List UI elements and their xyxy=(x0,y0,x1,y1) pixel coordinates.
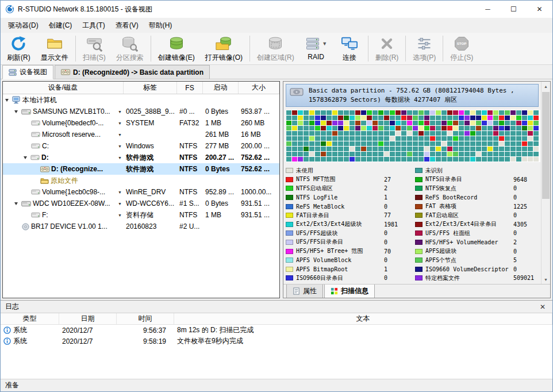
tree-column-header-4[interactable]: 大小 xyxy=(239,82,279,94)
log-close-button[interactable]: ✕ xyxy=(537,303,548,311)
tree-row-9[interactable]: WDC WD10EZEX-08W...▼WD-WCC6Y6...#1 S...0… xyxy=(3,198,279,209)
tree-row-6[interactable]: D: (Recognize...软件游戏NTFS0 Bytes752.62 ..… xyxy=(3,163,279,175)
log-row-0[interactable]: 系统2020/12/79:56:378m 12s 的 D: 扫描已完成 xyxy=(1,325,552,336)
device-label-cell: SYSTEM xyxy=(124,117,177,129)
tree-expander-icon[interactable] xyxy=(24,156,27,159)
scan-block xyxy=(286,136,291,141)
scan-block xyxy=(378,152,383,156)
scrollbar-track[interactable] xyxy=(542,91,550,275)
scan-block xyxy=(367,116,372,120)
log-column-header-3[interactable]: 文本 xyxy=(174,313,552,324)
toolbar-button-11[interactable]: STOP停止(S) xyxy=(445,33,478,64)
scan-block xyxy=(453,121,458,125)
device-dropdown-arrow[interactable]: ▼ xyxy=(118,133,122,137)
scan-block xyxy=(401,126,406,130)
scan-block xyxy=(350,147,355,151)
legend-count: 0 xyxy=(384,230,409,236)
scan-block xyxy=(470,141,475,146)
tree-column-header-1[interactable]: 标签 xyxy=(124,82,177,94)
show-files-icon-wrap xyxy=(47,35,63,52)
tree-row-7[interactable]: 原始文件 xyxy=(3,175,279,186)
device-dropdown-arrow[interactable]: ▼ xyxy=(118,121,122,125)
scan-block xyxy=(298,141,303,146)
toolbar-button-2[interactable]: 扫描(S) xyxy=(78,33,111,64)
scan-block xyxy=(499,126,504,130)
device-dropdown-arrow[interactable]: ▼ xyxy=(118,144,122,148)
legend-item-left-4: ReFS MetaBlock0 xyxy=(286,202,409,211)
toolbar-button-0[interactable]: 刷新(R) xyxy=(2,33,36,64)
tree-column-header-2[interactable]: FS xyxy=(177,82,203,94)
view-tab-0[interactable]: 设备视图 xyxy=(2,65,53,79)
scan-block xyxy=(482,110,487,115)
legend-label: Ext2/Ext3/Ext4超级块 xyxy=(296,220,381,228)
tree-row-10[interactable]: F:▼资料存储NTFS1 MB931.51 ... xyxy=(3,209,279,221)
scan-block xyxy=(418,152,424,156)
toolbar-button-8[interactable]: 连接 xyxy=(333,33,366,64)
tree-expander-icon[interactable] xyxy=(14,202,18,205)
scan-block xyxy=(350,126,355,130)
device-dropdown-arrow[interactable]: ▼ xyxy=(118,213,122,217)
log-row-1[interactable]: 系统2020/12/79:58:19文件枚举在9秒内完成 xyxy=(1,336,552,347)
toolbar-button-3[interactable]: 分区搜索 xyxy=(111,33,149,64)
tree-row-1[interactable]: SAMSUNG MZVLB1T0...▼0025_388B_9...#0 ...… xyxy=(3,106,279,117)
right-scrollbar[interactable]: ▲ ▼ xyxy=(541,82,550,284)
toolbar-button-7[interactable]: ▼RAID xyxy=(299,33,333,64)
scan-block xyxy=(413,116,418,120)
log-column-header-1[interactable]: 日期 xyxy=(59,313,117,324)
maximize-button[interactable]: ☐ xyxy=(501,1,527,18)
legend-label: HFS/HFS+ BTree+ 范围 xyxy=(296,247,381,255)
scrollbar-thumb[interactable] xyxy=(542,92,550,199)
scan-block xyxy=(470,126,475,130)
tree-expander-icon[interactable] xyxy=(5,99,9,102)
scan-block xyxy=(407,136,412,141)
menu-item-3[interactable]: 查看(V) xyxy=(110,18,144,33)
device-dropdown-arrow[interactable]: ▼ xyxy=(118,110,122,114)
log-column-header-0[interactable]: 类型 xyxy=(1,313,59,324)
minimize-button[interactable]: ─ xyxy=(475,1,501,18)
toolbar-button-1[interactable]: 显示文件 xyxy=(36,33,74,64)
tree-row-3[interactable]: Microsoft reserve...▼261 MB16 MB xyxy=(3,129,279,140)
device-dropdown-arrow[interactable]: ▼ xyxy=(118,156,122,160)
device-name-label: WDC WD10EZEX-08W... xyxy=(33,199,110,207)
legend-item-left-1: NTFS MFT范围27 xyxy=(286,175,409,184)
menu-item-0[interactable]: 驱动器(D) xyxy=(3,18,44,33)
scan-block xyxy=(355,126,360,130)
tree-row-0[interactable]: 本地计算机 xyxy=(3,94,279,106)
panel-tab-0[interactable]: 属性 xyxy=(286,285,323,298)
tree-row-5[interactable]: D:▼软件游戏NTFS200.27 ...752.62 ... xyxy=(3,152,279,163)
volume-icon xyxy=(31,212,40,218)
toolbar-button-6[interactable]: 创建区域(R) xyxy=(252,33,299,64)
scan-block xyxy=(338,152,343,156)
view-tab-1[interactable]: D: (Recognized0) -> Basic data partition xyxy=(55,65,210,79)
scrollbar-down-icon[interactable]: ▼ xyxy=(542,275,550,284)
scan-block xyxy=(413,136,418,141)
device-dropdown-arrow[interactable]: ▼ xyxy=(118,190,122,194)
harddisk-icon xyxy=(290,87,305,97)
menu-item-1[interactable]: 创建(C) xyxy=(44,18,78,33)
scan-block xyxy=(298,121,303,125)
menu-item-4[interactable]: 帮助(H) xyxy=(144,18,178,33)
tree-row-4[interactable]: C:▼WindowsNTFS277 MB200.00 ... xyxy=(3,140,279,152)
device-size-cell: 260 MB xyxy=(239,117,279,129)
scan-blockmap[interactable] xyxy=(286,110,540,162)
toolbar-dropdown-arrow[interactable]: ▼ xyxy=(322,41,327,47)
tree-row-8[interactable]: Volume{1ecb0c98-...▼WinRE_DRVNTFS952.89 … xyxy=(3,186,279,198)
tree-column-header-3[interactable]: 启动 xyxy=(203,82,239,94)
scan-block xyxy=(436,147,441,151)
toolbar-button-10[interactable]: 选项(P) xyxy=(408,33,441,64)
panel-tab-1[interactable]: 扫描信息 xyxy=(324,285,375,298)
menu-item-2[interactable]: 工具(T) xyxy=(77,18,110,33)
close-button[interactable]: ✕ xyxy=(527,1,552,18)
device-dropdown-arrow[interactable]: ▼ xyxy=(118,202,122,206)
scan-block xyxy=(441,121,447,125)
scan-block xyxy=(528,152,533,156)
tree-row-2[interactable]: Volume{0bedecf0-...▼SYSTEMFAT321 MB260 M… xyxy=(3,117,279,129)
toolbar-button-5[interactable]: 打开镜像(O) xyxy=(200,33,248,64)
toolbar-button-9[interactable]: 删除(R) xyxy=(370,33,404,64)
scrollbar-up-icon[interactable]: ▲ xyxy=(542,82,550,91)
log-column-header-2[interactable]: 时间 xyxy=(117,313,174,324)
toolbar-button-4[interactable]: 创建镜像(E) xyxy=(153,33,200,64)
tree-column-header-0[interactable]: 设备/磁盘 xyxy=(3,82,124,94)
tree-expander-icon[interactable] xyxy=(14,110,18,113)
tree-row-11[interactable]: BR17 DEVICE V1.00 1...20160823#2 U... xyxy=(3,221,279,232)
